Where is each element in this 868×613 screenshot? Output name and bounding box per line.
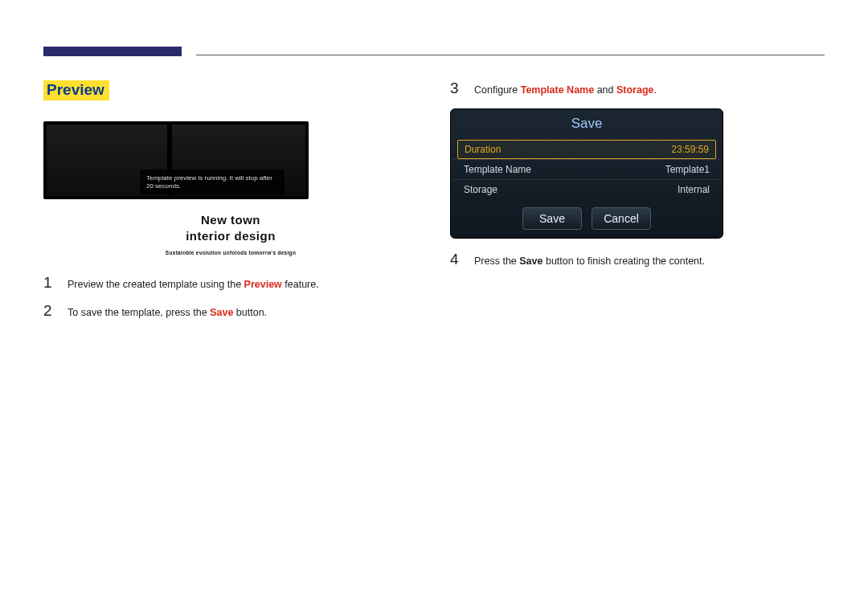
preview-thumbnail: Template preview is running. It will sto… [43, 121, 309, 199]
step-1: 1 Preview the created template using the… [43, 275, 418, 292]
preview-caption: New town interior design [43, 212, 418, 245]
chapter-tab [43, 47, 182, 56]
cancel-button[interactable]: Cancel [592, 207, 651, 230]
step-number: 1 [43, 275, 56, 290]
dialog-row-storage[interactable]: Storage Internal [452, 179, 721, 199]
step-number: 4 [450, 251, 463, 267]
step-text: Preview the created template using the P… [68, 275, 319, 292]
step-2: 2 To save the template, press the Save b… [43, 303, 418, 320]
step-text: Configure Template Name and Storage. [474, 80, 657, 97]
dialog-title: Save [452, 111, 721, 140]
row-value: 23:59:59 [671, 144, 709, 155]
save-dialog: Save Duration 23:59:59 Template Name Tem… [450, 108, 723, 239]
step-4: 4 Press the Save button to finish creati… [450, 251, 825, 268]
preview-toast: Template preview is running. It will sto… [140, 170, 285, 194]
save-button[interactable]: Save [522, 207, 582, 230]
header-rule [196, 55, 825, 55]
step-number: 3 [450, 80, 463, 96]
step-text: To save the template, press the Save but… [68, 303, 267, 320]
section-title: Preview [43, 80, 109, 100]
row-label: Template Name [464, 164, 531, 175]
dialog-row-duration[interactable]: Duration 23:59:59 [457, 140, 716, 159]
step-text: Press the Save button to finish creating… [474, 251, 705, 268]
step-3: 3 Configure Template Name and Storage. [450, 80, 825, 97]
preview-subcaption: Sustainble evolution unfolods tomorrw's … [43, 250, 418, 255]
row-value: Internal [678, 184, 710, 195]
row-label: Storage [464, 184, 497, 195]
step-number: 2 [43, 303, 56, 318]
row-label: Duration [465, 144, 501, 155]
dialog-row-template-name[interactable]: Template Name Template1 [452, 159, 721, 179]
row-value: Template1 [665, 164, 710, 175]
